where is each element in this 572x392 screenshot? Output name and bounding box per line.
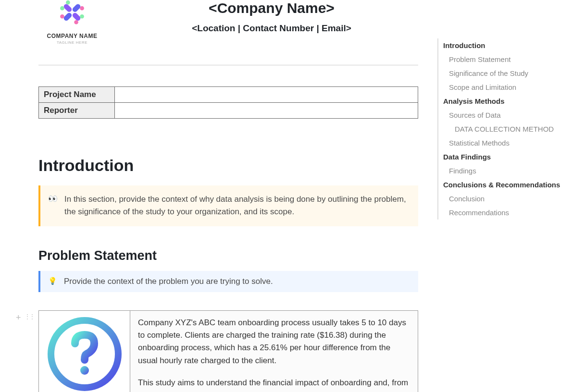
title-block: <Company Name> <Location | Contact Numbe… bbox=[125, 0, 418, 34]
introduction-heading[interactable]: Introduction bbox=[38, 156, 418, 175]
document-main: COMPANY NAME TAGLINE HERE <Company Name>… bbox=[0, 0, 433, 392]
problem-statement-body[interactable]: Company XYZ's ABC team onboarding proces… bbox=[130, 311, 418, 392]
body-paragraph: Company XYZ's ABC team onboarding proces… bbox=[138, 317, 410, 367]
outline-item[interactable]: Significance of the Study bbox=[437, 66, 562, 80]
question-image-cell bbox=[39, 311, 130, 392]
svg-point-9 bbox=[80, 14, 84, 19]
document-subtitle[interactable]: <Location | Contact Number | Email> bbox=[125, 23, 418, 34]
outline-item[interactable]: Statistical Methods bbox=[437, 136, 562, 150]
document-outline: Introduction Problem Statement Significa… bbox=[433, 0, 572, 392]
reporter-value[interactable] bbox=[115, 103, 418, 119]
table-row: Project Name bbox=[39, 87, 418, 103]
svg-rect-0 bbox=[72, 3, 82, 13]
project-name-value[interactable] bbox=[115, 87, 418, 103]
introduction-callout[interactable]: 👀 In this section, provide the context o… bbox=[38, 185, 418, 226]
svg-point-8 bbox=[60, 6, 64, 11]
company-logo-block: COMPANY NAME TAGLINE HERE bbox=[38, 0, 106, 45]
question-mark-icon bbox=[46, 316, 123, 392]
drag-handle-icon[interactable]: ⋮⋮ bbox=[24, 313, 34, 323]
document-header: COMPANY NAME TAGLINE HERE <Company Name>… bbox=[38, 0, 418, 45]
outline-item[interactable]: Findings bbox=[437, 164, 562, 178]
outline-item[interactable]: Sources of Data bbox=[437, 108, 562, 122]
project-name-label: Project Name bbox=[39, 87, 115, 103]
divider bbox=[38, 65, 418, 65]
svg-point-11 bbox=[80, 366, 89, 375]
eyes-icon: 👀 bbox=[48, 193, 58, 219]
svg-rect-3 bbox=[63, 3, 73, 13]
outline-section-introduction[interactable]: Introduction bbox=[437, 38, 562, 52]
logo-company-name: COMPANY NAME bbox=[38, 33, 106, 39]
svg-rect-1 bbox=[72, 12, 82, 22]
introduction-callout-text: In this section, provide the context of … bbox=[64, 193, 410, 219]
problem-statement-tip-text: Provide the context of the problem you a… bbox=[64, 277, 273, 286]
svg-point-4 bbox=[80, 6, 84, 11]
svg-point-7 bbox=[66, 0, 70, 5]
problem-statement-tip[interactable]: 💡 Provide the context of the problem you… bbox=[38, 271, 418, 292]
problem-statement-heading[interactable]: Problem Statement bbox=[38, 248, 418, 263]
block-controls: + ⋮⋮ bbox=[16, 313, 34, 323]
add-block-button[interactable]: + bbox=[16, 313, 21, 323]
reporter-label: Reporter bbox=[39, 103, 115, 119]
outline-item[interactable]: DATA COLLECTION METHOD bbox=[437, 122, 562, 136]
project-info-table: Project Name Reporter bbox=[38, 86, 418, 119]
problem-statement-content[interactable]: + ⋮⋮ Company XYZ's ABC team bbox=[38, 310, 418, 392]
outline-section-conclusions[interactable]: Conclusions & Recommendations bbox=[437, 178, 562, 192]
company-logo-icon bbox=[50, 0, 94, 29]
bulb-icon: 💡 bbox=[48, 277, 57, 286]
svg-rect-2 bbox=[63, 12, 73, 22]
outline-item[interactable]: Problem Statement bbox=[437, 52, 562, 66]
outline-section-data-findings[interactable]: Data Findings bbox=[437, 150, 562, 164]
logo-tagline: TAGLINE HERE bbox=[38, 40, 106, 45]
svg-point-5 bbox=[60, 14, 64, 19]
svg-point-6 bbox=[74, 20, 78, 24]
table-row: Reporter bbox=[39, 103, 418, 119]
body-paragraph: This study aims to understand the financ… bbox=[138, 377, 410, 392]
outline-section-analysis-methods[interactable]: Analysis Methods bbox=[437, 94, 562, 108]
outline-item[interactable]: Recommendations bbox=[437, 206, 562, 220]
outline-item[interactable]: Conclusion bbox=[437, 192, 562, 206]
outline-item[interactable]: Scope and Limitation bbox=[437, 80, 562, 94]
document-title[interactable]: <Company Name> bbox=[125, 0, 418, 16]
